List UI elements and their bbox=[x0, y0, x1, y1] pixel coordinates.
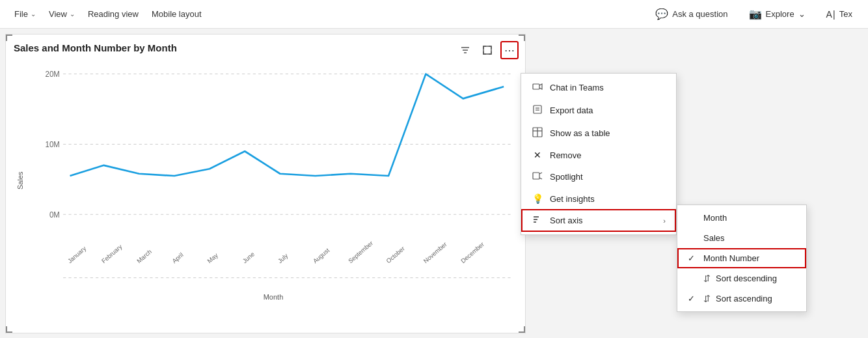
svg-text:April: April bbox=[170, 251, 184, 264]
svg-text:20M: 20M bbox=[46, 70, 60, 78]
sort-axis-chevron: › bbox=[663, 217, 666, 225]
sort-asc-check: ✓ bbox=[688, 294, 698, 303]
menu-item-export-data[interactable]: Export data bbox=[521, 99, 676, 122]
view-menu[interactable]: View ⌄ bbox=[42, 5, 81, 23]
chart-icons: ⋯ bbox=[456, 41, 519, 59]
y-axis-label: Sales bbox=[14, 60, 27, 301]
chart-inner: 20M 10M 0M January February March April … bbox=[29, 60, 517, 301]
svg-text:August: August bbox=[312, 246, 331, 264]
mobile-layout-label: Mobile layout bbox=[152, 9, 202, 19]
menu-remove-label: Remove bbox=[550, 150, 581, 160]
view-label: View bbox=[49, 9, 67, 19]
chart-area: Sales 20M 10M 0M January bbox=[14, 60, 517, 301]
explore-icon: 📷 bbox=[749, 8, 762, 20]
ask-question-button[interactable]: 💬 Ask a question bbox=[647, 4, 735, 24]
reading-view-menu[interactable]: Reading view bbox=[81, 5, 145, 23]
file-chevron: ⌄ bbox=[31, 10, 36, 18]
corner-bl bbox=[6, 326, 12, 333]
focus-icon bbox=[483, 46, 492, 55]
chart-panel: Sales and Month Number by Month bbox=[5, 34, 526, 333]
view-chevron: ⌄ bbox=[70, 10, 75, 18]
text-button[interactable]: A | Tex bbox=[819, 5, 860, 23]
menu-item-chat-teams[interactable]: Chat in Teams bbox=[521, 76, 676, 99]
text-label: Tex bbox=[839, 9, 852, 19]
ellipsis-icon: ⋯ bbox=[504, 44, 515, 57]
explore-label: Explore bbox=[766, 9, 794, 19]
topbar-right: 💬 Ask a question 📷 Explore ⌄ A | Tex bbox=[647, 4, 860, 24]
filter-icon bbox=[461, 46, 470, 55]
reading-view-label: Reading view bbox=[88, 9, 139, 19]
chart-title: Sales and Month Number by Month bbox=[14, 42, 517, 53]
svg-text:November: November bbox=[422, 240, 449, 265]
menu-show-table-label: Show as a table bbox=[550, 128, 610, 138]
submenu-sort-asc-label: Sort ascending bbox=[716, 294, 772, 303]
insights-icon: 💡 bbox=[532, 193, 543, 204]
submenu-sales-label: Sales bbox=[703, 233, 725, 243]
submenu-item-month[interactable]: Month bbox=[677, 208, 806, 228]
svg-text:June: June bbox=[241, 250, 256, 264]
corner-br bbox=[519, 326, 525, 333]
svg-rect-3 bbox=[483, 46, 491, 54]
more-options-button[interactable]: ⋯ bbox=[500, 41, 519, 59]
explore-chevron: ⌄ bbox=[798, 9, 806, 19]
file-menu[interactable]: File ⌄ bbox=[8, 5, 42, 23]
line-chart-svg: 20M 10M 0M January February March April … bbox=[29, 60, 517, 292]
ask-question-label: Ask a question bbox=[672, 9, 727, 19]
corner-tr bbox=[519, 35, 525, 41]
submenu: Month Sales ✓ Month Number ⇵ Sort descen… bbox=[677, 204, 807, 312]
text-icon: A | bbox=[826, 9, 835, 20]
submenu-item-month-number[interactable]: ✓ Month Number bbox=[677, 248, 806, 268]
menu-item-spotlight[interactable]: Spotlight bbox=[521, 165, 676, 188]
menu-chat-teams-label: Chat in Teams bbox=[550, 83, 604, 92]
svg-text:September: September bbox=[347, 239, 375, 265]
svg-text:May: May bbox=[206, 251, 219, 265]
file-label: File bbox=[14, 9, 28, 19]
menu-spotlight-label: Spotlight bbox=[550, 172, 583, 182]
menu-sort-axis-label: Sort axis bbox=[550, 216, 583, 225]
svg-text:0M: 0M bbox=[49, 210, 60, 218]
teams-icon bbox=[532, 81, 543, 94]
main-area: Sales and Month Number by Month bbox=[0, 29, 868, 338]
svg-rect-23 bbox=[533, 84, 539, 89]
sort-desc-icon: ⇵ bbox=[703, 274, 711, 283]
topbar: File ⌄ View ⌄ Reading view Mobile layout… bbox=[0, 0, 868, 29]
submenu-sort-desc-label: Sort descending bbox=[716, 274, 777, 283]
speech-bubble-icon: 💬 bbox=[655, 8, 668, 20]
topbar-menu: File ⌄ View ⌄ Reading view Mobile layout bbox=[8, 5, 208, 23]
svg-text:July: July bbox=[277, 252, 290, 265]
svg-text:January: January bbox=[66, 245, 88, 265]
svg-text:October: October bbox=[385, 244, 406, 264]
sort-asc-icon: ⇵ bbox=[703, 294, 711, 303]
svg-text:10M: 10M bbox=[46, 140, 60, 148]
svg-text:February: February bbox=[100, 243, 124, 265]
export-icon bbox=[532, 104, 543, 117]
remove-icon: ✕ bbox=[532, 150, 543, 160]
spotlight-icon bbox=[532, 171, 543, 183]
svg-rect-30 bbox=[533, 173, 539, 179]
svg-text:December: December bbox=[459, 240, 486, 265]
sort-desc-check bbox=[688, 274, 698, 283]
filter-button[interactable] bbox=[456, 41, 474, 59]
submenu-item-sales[interactable]: Sales bbox=[677, 228, 806, 248]
chart-svg-area: 20M 10M 0M January February March April … bbox=[29, 60, 517, 292]
menu-export-data-label: Export data bbox=[550, 106, 593, 115]
submenu-month-number-label: Month Number bbox=[703, 253, 759, 263]
month-check bbox=[688, 213, 698, 223]
mobile-layout-menu[interactable]: Mobile layout bbox=[145, 5, 208, 23]
menu-item-sort-axis[interactable]: Sort axis › bbox=[521, 209, 676, 232]
explore-button[interactable]: 📷 Explore ⌄ bbox=[741, 4, 813, 24]
menu-item-get-insights[interactable]: 💡 Get insights bbox=[521, 188, 676, 209]
menu-item-show-table[interactable]: Show as a table bbox=[521, 122, 676, 145]
context-menu: Chat in Teams Export data Show as a tabl… bbox=[521, 73, 677, 235]
svg-text:March: March bbox=[135, 248, 153, 265]
table-icon bbox=[532, 127, 543, 139]
menu-item-remove[interactable]: ✕ Remove bbox=[521, 145, 676, 165]
month-number-check: ✓ bbox=[688, 253, 698, 263]
focus-button[interactable] bbox=[478, 41, 496, 59]
submenu-item-sort-ascending[interactable]: ✓ ⇵ Sort ascending bbox=[677, 289, 806, 309]
sales-check bbox=[688, 233, 698, 243]
menu-get-insights-label: Get insights bbox=[550, 194, 595, 204]
sort-axis-icon bbox=[532, 214, 543, 227]
submenu-item-sort-descending[interactable]: ⇵ Sort descending bbox=[677, 268, 806, 289]
corner-tl bbox=[6, 35, 12, 41]
